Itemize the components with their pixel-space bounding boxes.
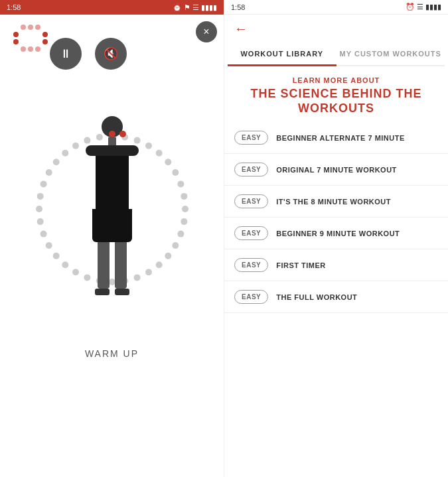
status-bar-right: 1:58 ⏰ ☰ ▮▮▮▮ bbox=[224, 0, 448, 15]
workout-item[interactable]: EASYFIRST TIMER bbox=[224, 249, 448, 281]
svg-point-32 bbox=[62, 150, 68, 157]
workout-item[interactable]: EASYBEGINNER 9 MINUTE WORKOUT bbox=[224, 218, 448, 249]
logo-dot bbox=[35, 32, 40, 37]
logo-dot bbox=[28, 46, 33, 52]
time-left: 1:58 bbox=[7, 3, 21, 11]
workout-figure-area bbox=[33, 83, 192, 335]
figure-legs bbox=[98, 242, 127, 289]
svg-point-26 bbox=[37, 218, 43, 225]
difficulty-badge: EASY bbox=[234, 226, 268, 240]
logo-dot bbox=[42, 39, 48, 44]
red-dot-left bbox=[109, 131, 115, 137]
difficulty-badge: EASY bbox=[234, 290, 268, 304]
svg-point-30 bbox=[45, 169, 52, 176]
svg-point-25 bbox=[40, 231, 46, 238]
promo-title: THE SCIENCE BEHIND THE WORKOUTS bbox=[234, 87, 438, 115]
logo-dot bbox=[28, 32, 33, 37]
svg-point-8 bbox=[181, 193, 187, 200]
figure-foot-right bbox=[115, 289, 129, 295]
svg-point-31 bbox=[52, 159, 59, 165]
figure-neck bbox=[108, 137, 116, 145]
logo-dot bbox=[42, 46, 48, 52]
status-icons-right: ⏰ ☰ ▮▮▮▮ bbox=[406, 3, 441, 11]
svg-point-28 bbox=[37, 193, 43, 200]
tab-bar: WORKOUT LIBRARY MY CUSTOM WORKOUTS bbox=[228, 43, 445, 66]
status-bar-left: 1:58 ⏰ ⚑ ☰ ▮▮▮▮ bbox=[0, 0, 224, 15]
head-dots bbox=[109, 131, 126, 137]
logo-dot bbox=[28, 25, 33, 30]
svg-point-29 bbox=[40, 180, 46, 187]
svg-point-7 bbox=[177, 180, 184, 187]
svg-point-22 bbox=[62, 261, 68, 268]
warm-up-label: WARM UP bbox=[85, 348, 139, 359]
svg-point-23 bbox=[52, 253, 59, 259]
svg-point-6 bbox=[172, 169, 179, 176]
playback-controls: ⏸ 🔇 bbox=[50, 38, 127, 70]
left-panel: 1:58 ⏰ ⚑ ☰ ▮▮▮▮ bbox=[0, 0, 224, 477]
pause-button[interactable]: ⏸ bbox=[50, 38, 82, 70]
logo-dot bbox=[28, 39, 33, 44]
logo-dot bbox=[42, 25, 48, 30]
tab-custom-workouts[interactable]: MY CUSTOM WORKOUTS bbox=[336, 43, 445, 65]
red-dot-right bbox=[119, 131, 126, 137]
svg-point-4 bbox=[155, 150, 162, 157]
svg-point-5 bbox=[165, 159, 171, 165]
volume-icon: 🔇 bbox=[104, 46, 118, 61]
difficulty-badge: EASY bbox=[234, 163, 268, 176]
svg-point-24 bbox=[45, 242, 52, 249]
logo-dot bbox=[35, 46, 40, 52]
workout-name: BEGINNER 9 MINUTE WORKOUT bbox=[276, 230, 400, 238]
tab-workout-library[interactable]: WORKOUT LIBRARY bbox=[228, 43, 336, 66]
time-right: 1:58 bbox=[231, 3, 245, 11]
figure-shoulders bbox=[86, 145, 139, 156]
svg-point-10 bbox=[181, 218, 187, 225]
figure-torso bbox=[96, 156, 129, 209]
figure-leg-left bbox=[98, 242, 110, 289]
close-button[interactable]: × bbox=[196, 21, 217, 42]
left-content: × ⏸ 🔇 bbox=[0, 15, 224, 477]
logo-dot bbox=[35, 39, 40, 44]
svg-point-27 bbox=[36, 206, 42, 212]
svg-point-13 bbox=[165, 253, 171, 259]
human-figure bbox=[76, 116, 149, 302]
svg-point-14 bbox=[155, 261, 162, 268]
logo-dot bbox=[13, 39, 19, 44]
figure-shorts bbox=[92, 209, 132, 242]
promo-section: LEARN MORE ABOUT THE SCIENCE BEHIND THE … bbox=[224, 66, 448, 122]
workout-name: ORIGINAL 7 MINUTE WORKOUT bbox=[276, 166, 397, 174]
right-panel: 1:58 ⏰ ☰ ▮▮▮▮ ← WORKOUT LIBRARY MY CUSTO… bbox=[224, 0, 448, 477]
workout-name: IT'S THE 8 MINUTE WORKOUT bbox=[276, 198, 391, 206]
workout-item[interactable]: EASYORIGINAL 7 MINUTE WORKOUT bbox=[224, 154, 448, 186]
workout-item[interactable]: EASYTHE FULL WORKOUT bbox=[224, 281, 448, 313]
logo-dot bbox=[35, 25, 40, 30]
difficulty-badge: EASY bbox=[234, 194, 268, 208]
logo-dot bbox=[21, 46, 26, 52]
figure-leg-right bbox=[115, 242, 127, 289]
volume-button[interactable]: 🔇 bbox=[95, 38, 127, 70]
workout-name: BEGINNER ALTERNATE 7 MINUTE bbox=[276, 134, 405, 142]
logo-dot bbox=[13, 25, 19, 30]
workout-name: THE FULL WORKOUT bbox=[276, 293, 357, 301]
back-button[interactable]: ← bbox=[224, 15, 448, 43]
logo-dot bbox=[42, 32, 48, 37]
figure-feet bbox=[95, 289, 129, 295]
logo-dot bbox=[21, 32, 26, 37]
difficulty-badge: EASY bbox=[234, 258, 268, 272]
pause-icon: ⏸ bbox=[60, 47, 72, 61]
logo-dot bbox=[13, 46, 19, 52]
status-icons-left: ⏰ ⚑ ☰ ▮▮▮▮ bbox=[173, 3, 217, 12]
logo-dot bbox=[21, 25, 26, 30]
workout-name: FIRST TIMER bbox=[276, 261, 326, 269]
logo-dot bbox=[21, 39, 26, 44]
svg-point-12 bbox=[172, 242, 179, 249]
workout-item[interactable]: EASYIT'S THE 8 MINUTE WORKOUT bbox=[224, 186, 448, 218]
svg-point-11 bbox=[177, 231, 184, 238]
app-logo bbox=[13, 25, 46, 58]
workout-item[interactable]: EASYBEGINNER ALTERNATE 7 MINUTE bbox=[224, 122, 448, 154]
promo-learn-label: LEARN MORE ABOUT bbox=[234, 76, 438, 84]
figure-foot-left bbox=[95, 289, 110, 295]
workout-list: EASYBEGINNER ALTERNATE 7 MINUTEEASYORIGI… bbox=[224, 122, 448, 477]
logo-dot bbox=[13, 32, 19, 37]
svg-point-9 bbox=[182, 206, 188, 212]
difficulty-badge: EASY bbox=[234, 131, 268, 145]
